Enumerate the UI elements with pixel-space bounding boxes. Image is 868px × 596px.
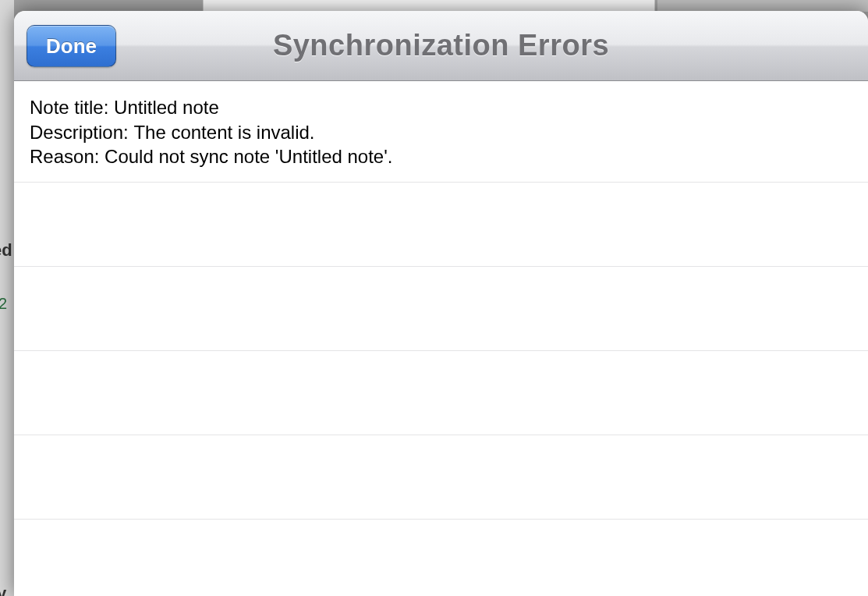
modal-title: Synchronization Errors — [273, 29, 609, 62]
empty-row — [14, 520, 868, 596]
error-description: Description: The content is invalid. — [30, 120, 852, 145]
modal-body[interactable]: Note title: Untitled note Description: T… — [14, 81, 868, 596]
background-top-right — [657, 0, 868, 12]
background-text-fragment: y — [0, 584, 6, 596]
error-note-title: Note title: Untitled note — [30, 95, 852, 120]
modal-header: Done Synchronization Errors — [14, 11, 868, 81]
error-note-title-label: Note title: — [30, 95, 114, 120]
empty-row — [14, 435, 868, 520]
empty-row — [14, 351, 868, 435]
error-row: Note title: Untitled note Description: T… — [14, 81, 868, 183]
done-button[interactable]: Done — [27, 25, 116, 67]
empty-row — [14, 183, 868, 267]
error-note-title-value: Untitled note — [114, 95, 219, 120]
error-description-value: The content is invalid. — [133, 120, 314, 145]
sync-errors-modal: Done Synchronization Errors Note title: … — [14, 11, 868, 596]
error-reason-value: Could not sync note 'Untitled note'. — [105, 144, 392, 169]
background-text-fragment: 2 — [0, 295, 7, 313]
background-text-fragment: ed — [0, 240, 12, 261]
background-top-strip — [203, 0, 655, 12]
empty-row — [14, 267, 868, 351]
error-description-label: Description: — [30, 120, 133, 145]
error-reason-label: Reason: — [30, 144, 105, 169]
error-reason: Reason: Could not sync note 'Untitled no… — [30, 144, 852, 169]
